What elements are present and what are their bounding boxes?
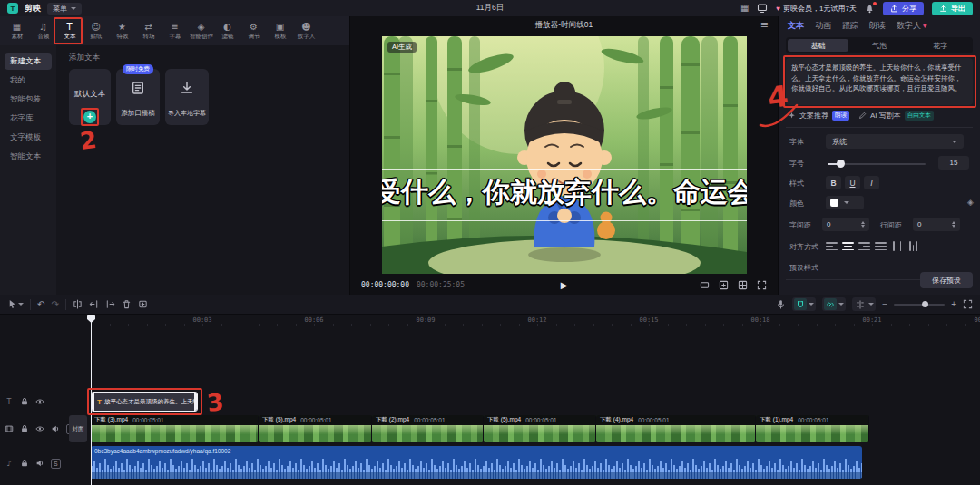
playhead-line[interactable] xyxy=(91,315,92,485)
fit-timeline-icon[interactable] xyxy=(963,299,973,309)
tool-transitions[interactable]: ⇄转场 xyxy=(135,16,162,45)
split-icon[interactable] xyxy=(73,299,83,309)
color-picker-icon[interactable]: ◈ xyxy=(967,198,974,207)
chevron-down-icon[interactable] xyxy=(868,303,874,308)
cover-button[interactable]: 封面 xyxy=(69,415,87,442)
line-spacing-stepper[interactable]: 0 xyxy=(913,218,960,231)
default-text-card[interactable]: 默认文本 + xyxy=(69,69,111,125)
link-icon[interactable] xyxy=(824,298,837,310)
zoom-in-icon[interactable]: + xyxy=(951,300,956,309)
video-clip[interactable]: 下載 (2).mp400:00:05:01 xyxy=(372,415,484,442)
menu-button[interactable]: 菜单 xyxy=(47,3,82,15)
ai-script-label[interactable]: AI 写剧本 xyxy=(870,111,901,121)
sidebar-item-mine[interactable]: 我的 xyxy=(5,73,52,89)
align-vertical-right-icon[interactable] xyxy=(907,241,919,251)
fullscreen-icon[interactable] xyxy=(757,280,767,290)
copy-suggestion-label[interactable]: 文案推荐 xyxy=(799,111,828,121)
color-select[interactable] xyxy=(826,196,864,209)
fit-icon[interactable] xyxy=(719,280,729,290)
player-menu-icon[interactable]: ≡ xyxy=(760,19,769,31)
cursor-tool-icon[interactable] xyxy=(7,299,24,309)
trim-left-icon[interactable] xyxy=(89,299,99,309)
subtab-fancy[interactable]: 花字 xyxy=(910,39,971,52)
video-clip[interactable]: 下載 (5).mp400:00:05:01 xyxy=(259,415,372,442)
font-select[interactable]: 系统 xyxy=(826,134,964,149)
tab-digital-human[interactable]: 数字人♥ xyxy=(897,20,927,32)
timeline-ruler[interactable]: 00:03 00:06 00:09 00:12 00:15 00:18 00:2… xyxy=(0,315,980,327)
text-content-input[interactable]: 放平心态才是最顶级的养生。上天给你什么，你就享受什么。上天拿走什么，你就放弃什么… xyxy=(786,58,973,105)
tab-tracking[interactable]: 跟踪 xyxy=(842,20,858,32)
export-button[interactable]: 导出 xyxy=(932,2,973,15)
subtab-bubble[interactable]: 气泡 xyxy=(848,39,909,52)
size-value[interactable]: 15 xyxy=(938,156,969,170)
layout-grid-icon[interactable]: ▦ xyxy=(740,4,749,13)
eye-icon[interactable] xyxy=(35,397,44,406)
vip-banner[interactable]: ♥ 剪映会员，1元试用7天 xyxy=(776,4,857,14)
eye-icon[interactable] xyxy=(35,424,44,433)
size-slider-knob[interactable] xyxy=(837,160,845,168)
clip-trim-handle-right[interactable] xyxy=(194,393,197,411)
text-clip-selected[interactable]: T 放平心态才是最顶级的养生。上天给你什... xyxy=(91,392,198,412)
sidebar-item-new-text[interactable]: 新建文本 xyxy=(5,53,52,70)
stepper-arrows-icon[interactable] xyxy=(952,219,956,229)
tool-audio[interactable]: ♫音频 xyxy=(30,16,56,45)
clip-trim-handle-left[interactable] xyxy=(92,393,94,411)
timeline-zoom-slider[interactable] xyxy=(894,304,945,306)
underline-button[interactable]: U xyxy=(845,176,860,189)
sidebar-item-smart-package[interactable]: 智能包装 xyxy=(5,92,52,108)
zoom-out-icon[interactable]: − xyxy=(882,300,887,309)
ratio-icon[interactable] xyxy=(700,280,710,290)
sidebar-item-smart-text[interactable]: 智能文本 xyxy=(5,149,52,165)
video-clip[interactable]: 下載 (4).mp400:00:05:01 xyxy=(596,415,756,442)
speaker-icon[interactable] xyxy=(35,459,44,468)
tool-adjust[interactable]: ⚙调节 xyxy=(240,16,267,45)
tool-effects[interactable]: ★特效 xyxy=(109,16,135,45)
import-subtitles-card[interactable]: 导入本地字幕 xyxy=(165,69,209,125)
record-voiceover-icon[interactable] xyxy=(776,299,786,309)
magnet-icon[interactable] xyxy=(794,298,807,310)
add-default-text-button[interactable]: + xyxy=(83,111,96,123)
lock-icon[interactable] xyxy=(20,397,29,406)
share-button[interactable]: 分享 xyxy=(883,2,924,15)
video-clip[interactable]: 下載 (3).mp400:00:05:01 xyxy=(91,415,259,442)
subtitle-overlay[interactable]: 受什么，你就放弃什么。命运会 xyxy=(382,174,747,211)
audio-clip[interactable]: 0bc3byac4aaab4ambwpmozufadwd/yhaa/qa.f10… xyxy=(91,446,862,479)
freeze-frame-icon[interactable] xyxy=(138,299,148,309)
subtab-basic[interactable]: 基础 xyxy=(788,39,848,52)
play-button[interactable]: ▶ xyxy=(561,280,568,290)
notification-bell-icon[interactable] xyxy=(865,4,875,14)
grid-icon[interactable] xyxy=(738,280,748,290)
align-justify-icon[interactable] xyxy=(875,241,887,251)
chevron-down-icon[interactable] xyxy=(838,303,844,308)
tool-ai-create[interactable]: ◈智能创作 xyxy=(188,16,214,45)
trim-right-icon[interactable] xyxy=(105,299,115,309)
lock-icon[interactable] xyxy=(20,459,29,468)
preview-canvas[interactable]: AI生成 受什么，你就放弃什么。命运会 xyxy=(382,36,747,274)
letter-spacing-stepper[interactable]: 0 xyxy=(822,218,869,231)
undo-icon[interactable]: ↶ xyxy=(37,300,44,309)
tool-templates[interactable]: ▣模板 xyxy=(267,16,293,45)
lock-icon[interactable] xyxy=(20,424,29,433)
align-right-icon[interactable] xyxy=(858,241,870,251)
video-clip[interactable]: 下載 (5).mp400:00:05:01 xyxy=(484,415,596,442)
zoom-slider-knob[interactable] xyxy=(922,301,928,307)
sidebar-item-text-templates[interactable]: 文字模板 xyxy=(5,130,52,146)
align-left-icon[interactable] xyxy=(826,241,838,251)
workspace-icon[interactable] xyxy=(757,3,768,14)
preview-axis-icon[interactable] xyxy=(854,298,867,310)
chevron-down-icon[interactable] xyxy=(808,303,814,308)
tab-animation[interactable]: 动画 xyxy=(815,20,831,32)
save-preset-button[interactable]: 保存预设 xyxy=(920,272,973,288)
tab-text[interactable]: 文本 xyxy=(788,20,804,32)
sidebar-item-fancy-text[interactable]: 花字库 xyxy=(5,111,52,127)
tool-digital-human[interactable]: ☻数字人 xyxy=(293,16,319,45)
tool-captions[interactable]: ≡字幕 xyxy=(162,16,188,45)
tool-media[interactable]: ▦素材 xyxy=(4,16,30,45)
voiceover-script-card[interactable]: 限时免费 添加口播稿 xyxy=(116,69,160,125)
stepper-arrows-icon[interactable] xyxy=(861,219,865,229)
italic-button[interactable]: I xyxy=(864,176,879,189)
speaker-icon[interactable] xyxy=(51,424,60,433)
align-center-icon[interactable] xyxy=(842,241,854,251)
bold-button[interactable]: B xyxy=(826,176,841,189)
solo-track-badge[interactable]: S xyxy=(51,459,61,469)
